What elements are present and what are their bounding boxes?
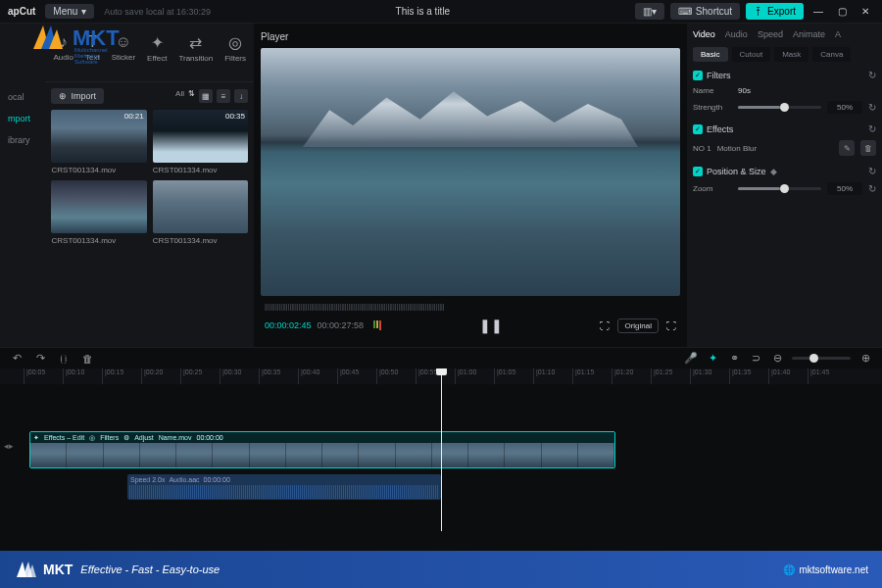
checkbox-icon[interactable]: ✓: [693, 167, 703, 176]
keyboard-icon: ⌨: [678, 6, 692, 17]
media-toolbar: ⊕ Import All ⇅ ▦ ≡ ↓: [51, 88, 248, 104]
reset-icon[interactable]: ↻: [868, 183, 876, 194]
video-track-clip[interactable]: ✦Effects – Edit ◎Filters ⚙Adjust Name.mo…: [29, 431, 615, 468]
tab-filters[interactable]: ◎Filters: [220, 27, 250, 77]
tab-effect[interactable]: ✦Effect: [143, 27, 171, 77]
strength-label: Strength: [693, 103, 732, 112]
logo-mark-icon: [27, 22, 67, 55]
media-clip[interactable]: 00:21CRST001334.mov: [51, 110, 146, 174]
delete-effect-button[interactable]: 🗑: [860, 140, 876, 156]
maximize-button[interactable]: ▢: [833, 5, 851, 19]
minimize-button[interactable]: —: [809, 5, 827, 19]
shortcut-label: Shortcut: [696, 6, 732, 17]
tab-animate[interactable]: Animate: [793, 29, 825, 39]
media-content: ♪Audio TText ☺Sticker ✦Effect ⇄Transitio…: [45, 24, 254, 347]
subtab-canvas[interactable]: Canva: [812, 47, 851, 62]
tab-audio-prop[interactable]: Audio: [725, 29, 748, 39]
project-title[interactable]: This is a title: [220, 6, 625, 17]
tab-transition[interactable]: ⇄Transition: [174, 27, 217, 77]
zoom-value[interactable]: 50%: [827, 182, 862, 195]
strength-value[interactable]: 50%: [827, 101, 862, 114]
scrub-bar[interactable]: ||||||||||||||||||||||||||||||||||||||||…: [261, 300, 680, 312]
zoom-label: Zoom: [693, 184, 732, 193]
fullscreen-icon[interactable]: ⛶: [666, 320, 676, 331]
strength-slider[interactable]: [738, 106, 821, 109]
layout-button[interactable]: ▥▾: [635, 3, 664, 20]
zoom-out-icon[interactable]: ⊖: [770, 352, 784, 366]
ruler-tick: |00:50: [376, 368, 416, 384]
delete-button[interactable]: 🗑: [80, 352, 94, 366]
export-button[interactable]: ⭱ Export: [746, 3, 804, 20]
shortcut-button[interactable]: ⌨ Shortcut: [670, 3, 740, 20]
media-clip[interactable]: CRST001334.mov: [153, 180, 248, 245]
tab-adjust[interactable]: A: [835, 29, 841, 39]
marker-icon[interactable]: ✦: [706, 352, 719, 366]
media-clip[interactable]: 00:35CRST001334.mov: [153, 110, 248, 174]
clip-name: CRST001334.mov: [51, 166, 146, 174]
ruler-tick: |00:45: [337, 368, 376, 384]
edit-effect-button[interactable]: ✎: [839, 140, 855, 156]
checkbox-icon[interactable]: ✓: [693, 124, 703, 134]
footer-url[interactable]: 🌐 mktsoftware.net: [783, 564, 868, 575]
ruler-tick: |01:40: [768, 368, 808, 384]
filter-all[interactable]: All: [175, 89, 184, 103]
fx-badge-icon: ✦: [33, 434, 39, 442]
zoom-timeline-slider[interactable]: [792, 357, 851, 360]
footer-logo: MKT: [14, 560, 73, 579]
track-collapse-icon[interactable]: ◂▸: [4, 441, 14, 451]
crop-icon[interactable]: ⛶: [600, 320, 610, 331]
pause-button[interactable]: ❚❚: [481, 316, 501, 335]
zoom-slider[interactable]: [738, 187, 821, 190]
player-label: Player: [261, 31, 680, 42]
waveform-icon: [129, 485, 439, 499]
lib-library[interactable]: ibrary: [0, 129, 45, 151]
undo-button[interactable]: ↶: [10, 352, 24, 366]
clip-name: CRST001334.mov: [153, 236, 248, 245]
quality-button[interactable]: Original: [617, 318, 659, 333]
subtab-mask[interactable]: Mask: [774, 47, 808, 62]
media-clip[interactable]: CRST001334.mov: [51, 180, 146, 245]
ruler-tick: |00:55: [416, 368, 455, 384]
timeline-ruler[interactable]: |00:05|00:10|00:15|00:20|00:25|00:30|00:…: [0, 368, 882, 384]
audio-track-clip[interactable]: Speed 2.0x Audio.aac 00:00:00: [127, 474, 441, 500]
tab-speed[interactable]: Speed: [758, 29, 783, 39]
link-icon[interactable]: ⚭: [727, 352, 741, 366]
tab-video[interactable]: Video: [693, 29, 715, 39]
chevron-down-icon: ▾: [81, 6, 86, 17]
reset-icon[interactable]: ↻: [868, 166, 876, 176]
playhead-handle-icon[interactable]: [436, 368, 447, 375]
sort-button[interactable]: ↓: [234, 89, 248, 103]
split-button[interactable]: ⟮⟯: [57, 352, 71, 366]
ruler-tick: |00:05: [24, 368, 63, 384]
media-browser: ⊕ Import All ⇅ ▦ ≡ ↓ 00:21CRST001334.mov…: [45, 82, 254, 347]
lib-local[interactable]: ocal: [0, 86, 45, 108]
video-preview[interactable]: [261, 48, 680, 296]
zoom-in-icon[interactable]: ⊕: [858, 352, 872, 366]
magnet-icon[interactable]: ⊃: [749, 352, 762, 366]
view-grid-button[interactable]: ▦: [199, 89, 213, 103]
keyframe-icon[interactable]: ◆: [770, 167, 777, 176]
import-button[interactable]: ⊕ Import: [51, 88, 104, 104]
reset-icon[interactable]: ↻: [868, 123, 876, 134]
ruler-tick: |00:40: [298, 368, 337, 384]
ruler-tick: |01:05: [494, 368, 533, 384]
playhead[interactable]: [441, 368, 442, 384]
subtab-basic[interactable]: Basic: [693, 47, 728, 62]
close-button[interactable]: ✕: [857, 5, 874, 19]
lib-import[interactable]: mport: [0, 108, 45, 129]
mic-icon[interactable]: 🎤: [684, 352, 698, 366]
view-controls: All ⇅ ▦ ≡ ↓: [175, 89, 248, 103]
timeline-tracks[interactable]: ◂▸ ✦Effects – Edit ◎Filters ⚙Adjust Name…: [0, 384, 882, 531]
clip-duration: 00:35: [225, 112, 245, 121]
reset-icon[interactable]: ↻: [868, 70, 876, 80]
redo-button[interactable]: ↷: [33, 352, 47, 366]
filters-section: ✓Filters ↻ Name90s Strength 50% ↻: [693, 70, 876, 114]
clip-label-bar: ✦Effects – Edit ◎Filters ⚙Adjust Name.mo…: [30, 432, 614, 443]
reset-icon[interactable]: ↻: [868, 102, 876, 113]
subtab-cutout[interactable]: Cutout: [732, 47, 771, 62]
filter-preset[interactable]: 90s: [738, 86, 751, 95]
checkbox-icon[interactable]: ✓: [693, 71, 703, 80]
view-list-button[interactable]: ≡: [217, 89, 230, 103]
menu-button[interactable]: Menu ▾: [45, 4, 94, 19]
ruler-tick: |01:20: [612, 368, 651, 384]
